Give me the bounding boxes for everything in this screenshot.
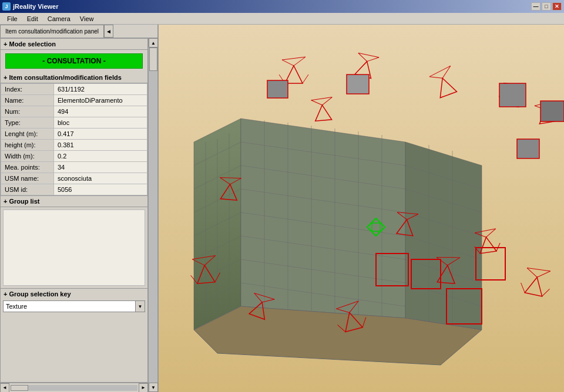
- 3d-scene: [159, 25, 564, 392]
- field-value: 34: [54, 162, 147, 173]
- consultation-button[interactable]: - CONSULTATION -: [5, 53, 143, 69]
- hscroll-left-button[interactable]: ◄: [0, 383, 9, 393]
- menu-view[interactable]: View: [75, 14, 99, 23]
- vscroll-up-button[interactable]: ▲: [149, 38, 158, 48]
- field-label: Lenght (m):: [1, 129, 54, 140]
- minimize-button[interactable]: —: [531, 2, 540, 11]
- table-row: Lenght (m): 0.417: [1, 129, 147, 140]
- close-button[interactable]: ✕: [552, 2, 562, 11]
- vscroll-thumb[interactable]: [149, 48, 157, 71]
- window-title: jReality Viewer: [13, 3, 58, 10]
- table-row: Name: ElementoDiParamento: [1, 95, 147, 106]
- svg-rect-114: [267, 80, 288, 98]
- panel-tab[interactable]: Item consultation/modification panel: [0, 25, 104, 38]
- panel-tab-header: Item consultation/modification panel ◄: [0, 25, 157, 38]
- vscroll-track[interactable]: [149, 48, 157, 383]
- svg-rect-111: [540, 101, 564, 121]
- table-row: Index: 631/1192: [1, 84, 147, 95]
- main-container: Item consultation/modification panel ◄ +…: [0, 25, 564, 392]
- field-label: height (m):: [1, 140, 54, 151]
- field-label: Index:: [1, 84, 54, 95]
- svg-rect-113: [347, 75, 369, 94]
- fields-table: Index: 631/1192 Name: ElementoDiParament…: [1, 83, 147, 195]
- field-value: 0.2: [54, 151, 147, 162]
- svg-rect-110: [499, 83, 526, 107]
- table-row: height (m): 0.381: [1, 140, 147, 151]
- horizontal-scrollbar[interactable]: ◄ ►: [0, 383, 148, 392]
- vscroll-down-button[interactable]: ▼: [149, 383, 158, 392]
- field-label: Num:: [1, 106, 54, 117]
- field-label: Type:: [1, 117, 54, 129]
- group-list-body: [3, 209, 145, 286]
- field-value: 0.417: [54, 129, 147, 140]
- vertical-scrollbar[interactable]: ▲ ▼: [148, 38, 157, 392]
- texture-dropdown-arrow[interactable]: ▼: [135, 301, 145, 312]
- mode-selection-header[interactable]: + Mode selection: [1, 39, 147, 50]
- hscroll-track[interactable]: [11, 385, 137, 391]
- hscroll-right-button[interactable]: ►: [139, 383, 148, 393]
- maximize-button[interactable]: □: [542, 2, 551, 11]
- field-value: 0.381: [54, 140, 147, 151]
- menu-bar: File Edit Camera View: [0, 13, 564, 25]
- menu-camera[interactable]: Camera: [43, 14, 75, 23]
- group-list-header[interactable]: + Group list: [1, 196, 147, 207]
- table-row: Mea. points: 34: [1, 162, 147, 173]
- field-value: 631/1192: [54, 84, 147, 95]
- field-value: 494: [54, 106, 147, 117]
- table-row: Num: 494: [1, 106, 147, 117]
- table-row: Width (m): 0.2: [1, 151, 147, 162]
- svg-marker-12: [241, 119, 405, 318]
- field-label: Width (m):: [1, 151, 54, 162]
- field-value: bloc: [54, 117, 147, 129]
- menu-edit[interactable]: Edit: [22, 14, 43, 23]
- texture-dropdown[interactable]: Texture ▼: [3, 300, 145, 312]
- table-row: USM name: sconosciuta: [1, 173, 147, 184]
- window-controls: — □ ✕: [531, 2, 562, 11]
- field-value: sconosciuta: [54, 173, 147, 184]
- svg-rect-112: [517, 139, 539, 158]
- left-panel: Item consultation/modification panel ◄ +…: [0, 25, 159, 392]
- group-list-section: + Group list: [1, 195, 147, 286]
- 3d-view-panel[interactable]: [159, 25, 564, 392]
- group-selection-key: + Group selection key: [1, 288, 147, 299]
- field-value: ElementoDiParamento: [54, 95, 147, 106]
- table-row: USM id: 5056: [1, 184, 147, 195]
- fields-section-header[interactable]: + Item consultation/modification fields: [1, 72, 147, 83]
- field-value: 5056: [54, 184, 147, 195]
- panel-content: + Mode selection - CONSULTATION - + Item…: [0, 38, 157, 392]
- hscroll-thumb[interactable]: [11, 385, 28, 391]
- title-bar: J jReality Viewer — □ ✕: [0, 0, 564, 13]
- svg-marker-26: [405, 142, 482, 330]
- table-row: Type: bloc: [1, 117, 147, 129]
- app-icon: J: [2, 2, 11, 11]
- texture-label: Texture: [4, 302, 135, 310]
- panel-main: + Mode selection - CONSULTATION - + Item…: [0, 38, 148, 392]
- menu-file[interactable]: File: [2, 14, 22, 23]
- panel-tab-arrow[interactable]: ◄: [104, 25, 113, 38]
- field-label: USM id:: [1, 184, 54, 195]
- field-label: USM name:: [1, 173, 54, 184]
- panel-scroll[interactable]: + Mode selection - CONSULTATION - + Item…: [0, 38, 148, 383]
- field-label: Mea. points:: [1, 162, 54, 173]
- field-label: Name:: [1, 95, 54, 106]
